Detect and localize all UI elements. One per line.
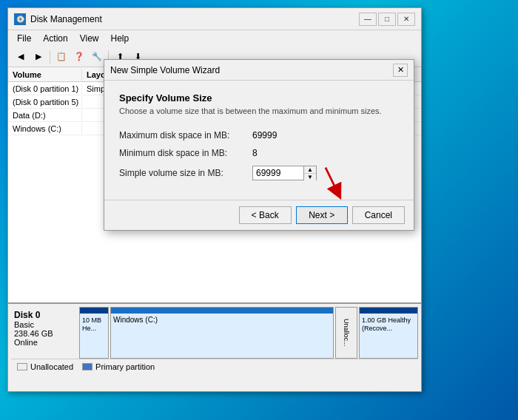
dialog-body: Specify Volume Size Choose a volume size… [104, 81, 414, 200]
label-max: Maximum disk space in MB: [119, 130, 252, 140]
value-min: 8 [252, 148, 258, 158]
spin-up-button[interactable]: ▲ [304, 166, 316, 174]
volume-size-spinner: ▲ ▼ [252, 166, 317, 180]
cancel-button[interactable]: Cancel [352, 206, 405, 224]
label-size: Simple volume size in MB: [119, 168, 252, 178]
dialog-close-button[interactable]: ✕ [393, 64, 408, 77]
dialog-title: New Simple Volume Wizard [110, 65, 393, 75]
dialog-titlebar: New Simple Volume Wizard ✕ [104, 60, 414, 81]
dialog-subtext: Choose a volume size that is between the… [119, 106, 399, 115]
dialog-overlay: New Simple Volume Wizard ✕ Specify Volum… [0, 0, 518, 420]
volume-size-input[interactable] [252, 166, 304, 180]
dialog-footer: < Back Next > Cancel [104, 200, 414, 230]
back-button[interactable]: < Back [239, 206, 292, 224]
next-button[interactable]: Next > [296, 206, 348, 224]
form-row-min: Minimum disk space in MB: 8 [119, 148, 399, 158]
spin-buttons: ▲ ▼ [304, 166, 317, 180]
form-row-max: Maximum disk space in MB: 69999 [119, 130, 399, 140]
form-row-size: Simple volume size in MB: ▲ ▼ [119, 166, 399, 180]
spin-down-button[interactable]: ▼ [304, 174, 316, 180]
dialog: New Simple Volume Wizard ✕ Specify Volum… [104, 59, 414, 231]
value-max: 69999 [252, 130, 277, 140]
dialog-heading: Specify Volume Size [119, 92, 399, 104]
label-min: Minimum disk space in MB: [119, 148, 252, 158]
